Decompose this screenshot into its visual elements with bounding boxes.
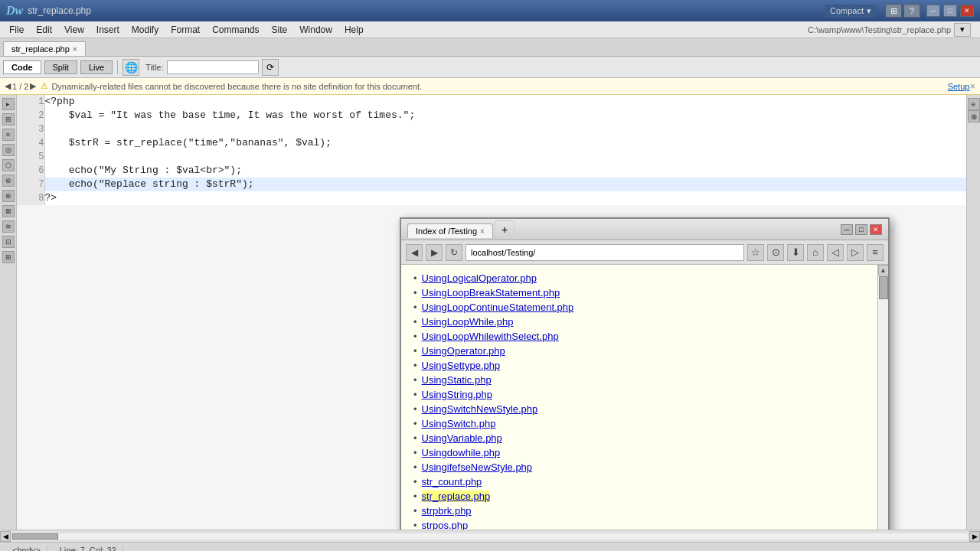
download-to-icon[interactable]: ⊙ <box>767 244 784 261</box>
file-link[interactable]: UsingLoopBreakStatement.php <box>422 287 560 298</box>
menu-modify[interactable]: Modify <box>126 23 165 37</box>
menu-view[interactable]: View <box>58 23 90 37</box>
next-arrow[interactable]: ▶ <box>30 81 36 91</box>
right-icon-1[interactable]: ≡ <box>968 98 980 110</box>
menu-file[interactable]: File <box>3 23 30 37</box>
prev-icon[interactable]: ◁ <box>827 244 844 261</box>
file-link[interactable]: UsingSwitch.php <box>422 418 496 429</box>
list-item: UsingSettype.php <box>413 358 865 373</box>
download-icon[interactable]: ⬇ <box>787 244 804 261</box>
browser-content[interactable]: UsingLogicalOperator.phpUsingLoopBreakSt… <box>401 265 877 530</box>
file-link[interactable]: UsingLoopContinueStatement.php <box>422 302 574 313</box>
title-input[interactable] <box>167 60 259 74</box>
browser-menu-icon[interactable]: ≡ <box>867 244 884 261</box>
file-link[interactable]: UsingString.php <box>422 389 493 400</box>
menu-bar: File Edit View Insert Modify Format Comm… <box>0 21 980 38</box>
list-item: Usingdowhile.php <box>413 445 865 460</box>
file-link[interactable]: UsingLogicalOperator.php <box>422 272 537 284</box>
compact-dropdown-icon[interactable]: ▾ <box>867 6 871 16</box>
page-count: 1 / 2 <box>12 82 28 91</box>
menu-edit[interactable]: Edit <box>30 23 58 37</box>
bookmark-icon[interactable]: ☆ <box>747 244 764 261</box>
sidebar-icon-3[interactable]: ≡ <box>2 129 15 141</box>
file-link[interactable]: strpos.php <box>422 520 469 530</box>
line-number: 8 <box>17 191 44 205</box>
browser-tab-close[interactable]: × <box>480 227 485 236</box>
sidebar-icon-7[interactable]: ⊕ <box>2 190 15 202</box>
code-content <box>44 122 966 136</box>
h-scroll-thumb[interactable] <box>12 533 58 540</box>
sidebar-icon-11[interactable]: ⊞ <box>2 251 15 263</box>
browser-tab[interactable]: Index of /Testing × <box>407 223 493 238</box>
scroll-up[interactable]: ▲ <box>878 265 889 276</box>
sidebar-icon-10[interactable]: ⊡ <box>2 236 15 248</box>
file-link[interactable]: UsingOperator.php <box>422 345 505 357</box>
help-icon[interactable]: ? <box>903 4 920 18</box>
browser-maximize[interactable]: □ <box>855 224 867 235</box>
right-icon-2[interactable]: ⊕ <box>968 110 980 122</box>
url-bar[interactable] <box>466 244 744 261</box>
title-label: Title: <box>145 63 163 72</box>
prev-arrow[interactable]: ◀ <box>5 81 11 91</box>
new-tab-button[interactable]: + <box>495 220 514 238</box>
code-editor[interactable]: 1 <?php 2 $val = "It was the base time, … <box>17 95 966 205</box>
sidebar-icon-9[interactable]: ≋ <box>2 220 15 233</box>
right-sidebar: ≡ ⊕ <box>966 95 980 530</box>
info-close[interactable]: × <box>969 80 975 92</box>
doc-tab-str-replace[interactable]: str_replace.php × <box>3 41 86 56</box>
browser-forward[interactable]: ▶ <box>426 244 443 261</box>
browser-reload[interactable]: ↻ <box>446 244 462 261</box>
file-link[interactable]: str_replace.php <box>422 491 491 502</box>
file-link[interactable]: strpbrk.php <box>422 505 472 517</box>
live-button[interactable]: Live <box>80 60 113 74</box>
browser-back[interactable]: ◀ <box>406 244 423 261</box>
code-button[interactable]: Code <box>3 60 41 74</box>
setup-link[interactable]: Setup <box>948 82 970 91</box>
sidebar-icon-4[interactable]: ◎ <box>2 144 15 156</box>
split-button[interactable]: Split <box>44 60 77 74</box>
h-scroll-track[interactable] <box>12 533 968 540</box>
doc-tab-close[interactable]: × <box>73 45 77 54</box>
home-icon[interactable]: ⌂ <box>807 244 824 261</box>
menu-commands[interactable]: Commands <box>206 23 265 37</box>
list-item: strpos.php <box>413 518 865 530</box>
sidebar-icon-6[interactable]: ⊛ <box>2 174 15 187</box>
maximize-button[interactable]: □ <box>943 5 957 17</box>
file-link[interactable]: UsingVariable.php <box>422 432 502 444</box>
file-link[interactable]: UsingStatic.php <box>422 374 492 386</box>
next-icon[interactable]: ▷ <box>847 244 864 261</box>
scroll-thumb[interactable] <box>879 276 888 299</box>
extension-icon[interactable]: ⊞ <box>885 4 902 18</box>
refresh-icon[interactable]: ⟳ <box>262 59 279 76</box>
menu-format[interactable]: Format <box>165 23 206 37</box>
browser-minimize[interactable]: ─ <box>841 224 853 235</box>
file-link[interactable]: UsingifefseNewStyle.php <box>422 461 533 473</box>
scroll-right[interactable]: ▶ <box>969 531 980 542</box>
code-line-row: 7 echo("Replace string : $strR"); <box>17 178 966 191</box>
preview-icon[interactable]: 🌐 <box>122 59 139 76</box>
file-link[interactable]: UsingLoopWhile.php <box>422 316 514 328</box>
code-content: echo("My String : $val<br>"); <box>44 164 966 178</box>
file-link[interactable]: Usingdowhile.php <box>422 447 501 458</box>
file-link[interactable]: str_count.php <box>422 476 482 487</box>
menu-help[interactable]: Help <box>338 23 370 37</box>
sidebar-icon-5[interactable]: ⬡ <box>2 159 15 171</box>
file-link[interactable]: UsingLoopWhilewithSelect.php <box>422 331 559 342</box>
scroll-left[interactable]: ◀ <box>0 531 11 542</box>
code-line-row: 3 <box>17 122 966 136</box>
minimize-button[interactable]: ─ <box>926 5 940 17</box>
close-button[interactable]: ✕ <box>960 5 974 17</box>
code-line-row: 6 echo("My String : $val<br>"); <box>17 164 966 178</box>
file-link[interactable]: UsingSwitchNewStyle.php <box>422 403 538 415</box>
sidebar-icon-1[interactable]: ▸ <box>2 98 15 110</box>
browser-close[interactable]: ✕ <box>870 224 882 235</box>
menu-insert[interactable]: Insert <box>90 23 126 37</box>
menu-site[interactable]: Site <box>266 23 294 37</box>
line-number: 2 <box>17 109 44 122</box>
menu-window[interactable]: Window <box>293 23 338 37</box>
file-link[interactable]: UsingSettype.php <box>422 360 501 371</box>
scroll-track[interactable] <box>878 276 888 530</box>
sidebar-icon-8[interactable]: ⊠ <box>2 205 15 217</box>
sidebar-icon-2[interactable]: ⊞ <box>2 113 15 126</box>
path-expand-icon[interactable]: ▾ <box>954 23 971 37</box>
